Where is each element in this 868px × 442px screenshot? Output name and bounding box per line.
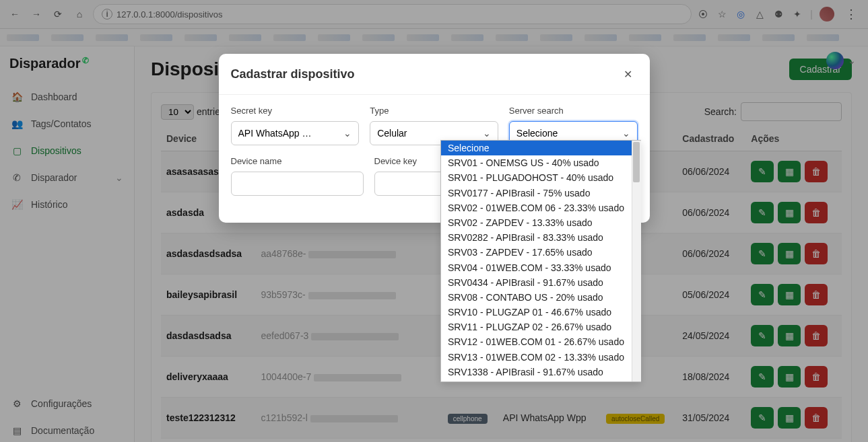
scrollbar-thumb[interactable]: [633, 142, 640, 182]
server-option[interactable]: SRV0177 - APIBrasil - 75% usado: [441, 186, 641, 200]
server-option[interactable]: SRV11 - PLUGZAP 02 - 26.67% usado: [441, 320, 641, 334]
scrollbar[interactable]: [632, 141, 641, 381]
chevron-down-icon: ⌄: [343, 128, 352, 139]
server-option[interactable]: SRV0434 - APIBrasil - 91.67% usado: [441, 275, 641, 290]
label-type: Type: [370, 106, 498, 116]
server-option[interactable]: SRV02 - ZAPDEV - 13.33% usado: [441, 215, 641, 230]
server-option[interactable]: SRV10 - PLUGZAP 01 - 46.67% usado: [441, 305, 641, 320]
input-device-name[interactable]: [231, 172, 364, 196]
label-server-search: Server search: [509, 106, 638, 116]
server-option[interactable]: SRV01 - ONEMSG US - 40% usado: [441, 155, 641, 170]
server-option[interactable]: SRV13 - 01WEB.COM 02 - 13.33% usado: [441, 350, 641, 365]
modal-overlay[interactable]: Cadastrar dispositivo ✕ Secret key API W…: [0, 0, 868, 442]
server-search-value: Selecione: [516, 128, 558, 139]
server-option[interactable]: SRV08 - CONTABO US - 20% usado: [441, 290, 641, 305]
label-secret-key: Secret key: [231, 106, 360, 116]
select-secret-key[interactable]: API WhatsApp Wpp ⌄: [231, 121, 360, 145]
type-value: Celular: [377, 128, 407, 139]
label-device-name: Device name: [231, 156, 364, 166]
modal-close-button[interactable]: ✕: [619, 65, 638, 83]
server-option[interactable]: Selecione: [441, 141, 641, 155]
server-option[interactable]: SRV14 - 01WEB.COM 03 - 26.67% usado: [441, 379, 641, 382]
server-option[interactable]: SRV12 - 01WEB.COM 01 - 26.67% usado: [441, 334, 641, 349]
server-option[interactable]: SRV02 - 01WEB.COM 06 - 23.33% usado: [441, 200, 641, 215]
server-option[interactable]: SRV01 - PLUGADOHOST - 40% usado: [441, 170, 641, 185]
server-option[interactable]: SRV04 - 01WEB.COM - 33.33% usado: [441, 260, 641, 275]
modal-header: Cadastrar dispositivo ✕: [219, 54, 650, 95]
modal-title: Cadastrar dispositivo: [231, 67, 355, 81]
secret-key-value: API WhatsApp Wpp: [238, 128, 312, 139]
server-option[interactable]: SRV03 - ZAPDEV - 17.65% usado: [441, 245, 641, 260]
chevron-down-icon: ⌄: [483, 128, 491, 139]
server-option[interactable]: SRV0282 - APIBrasil - 83.33% usado: [441, 230, 641, 245]
server-dropdown-list[interactable]: SelecioneSRV01 - ONEMSG US - 40% usadoSR…: [440, 140, 641, 382]
server-option[interactable]: SRV1338 - APIBrasil - 91.67% usado: [441, 365, 641, 379]
chevron-down-icon: ⌄: [622, 128, 630, 139]
